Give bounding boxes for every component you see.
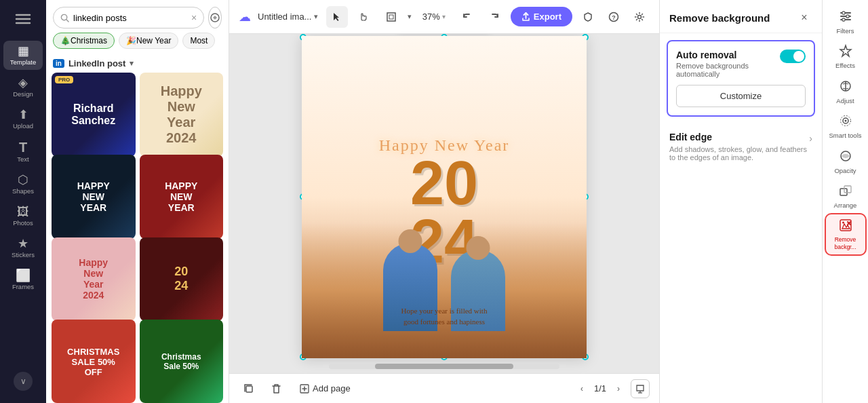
search-input[interactable] <box>73 13 187 23</box>
arrange-icon <box>839 184 852 199</box>
sidebar-item-template-label: Template <box>10 58 37 66</box>
export-button[interactable]: Export <box>511 7 572 26</box>
auto-removal-toggle[interactable] <box>780 50 806 63</box>
filters-icon <box>839 9 852 25</box>
tag-new-year[interactable]: 🎉New Year <box>119 33 178 49</box>
arrange-tool-item[interactable]: Arrange <box>826 180 865 213</box>
edit-edge-row[interactable]: Edit edge Add shadows, strokes, glow, an… <box>669 132 812 161</box>
duplicate-icon <box>243 383 254 394</box>
add-page-button[interactable]: Add page <box>293 380 357 397</box>
tag-most[interactable]: Most <box>182 33 215 49</box>
auto-removal-title: Auto removal <box>676 50 774 60</box>
search-input-wrap[interactable]: × <box>53 7 204 28</box>
template-card-1[interactable]: PRO Richard Sanchez <box>52 73 136 157</box>
rb-close-button[interactable]: × <box>796 9 812 26</box>
edit-edge-arrow-icon: › <box>809 133 812 144</box>
canvas-area: Page 1 <box>229 34 659 373</box>
opacity-tool-label: Opacity <box>834 167 856 174</box>
file-chevron-icon: ▾ <box>314 12 318 21</box>
template-card-5[interactable]: Happy NewYear 2024 <box>52 237 136 322</box>
sidebar-item-upload[interactable]: ⬆ Upload <box>3 104 43 134</box>
file-name-text: Untitled ima... <box>258 12 311 22</box>
help-button[interactable]: ? <box>604 7 624 27</box>
svg-rect-16 <box>246 386 252 392</box>
photos-icon: 🖼 <box>17 206 29 218</box>
linkedin-badge: in <box>53 59 64 68</box>
pointer-icon <box>332 12 342 22</box>
smart-tools-item[interactable]: Smart tools <box>826 110 865 143</box>
svg-rect-34 <box>840 189 847 195</box>
bottombar: Add page ‹ 1/1 › <box>229 373 659 403</box>
undo-button[interactable] <box>456 6 478 28</box>
sidebar-item-upload-label: Upload <box>13 122 33 130</box>
settings-button[interactable] <box>629 7 650 27</box>
frame-tool-button[interactable] <box>380 6 402 28</box>
redo-button[interactable] <box>484 6 505 28</box>
canvas-container: ··· Happy New Year <box>302 36 587 372</box>
sidebar-item-frames-label: Frames <box>12 283 34 290</box>
opacity-tool-item[interactable]: Opacity <box>826 145 865 178</box>
adjust-tool-item[interactable]: Adjust <box>826 75 865 109</box>
add-page-icon <box>300 384 309 394</box>
frame-icon <box>386 12 397 22</box>
canvas-scrollbar[interactable] <box>329 364 559 369</box>
filters-tool-label: Filters <box>837 27 854 35</box>
canvas-frame[interactable]: Happy New Year 20 24 <box>302 36 587 358</box>
template-card-7[interactable]: CHRISTMASSALE 50%OFF <box>52 320 136 403</box>
template-card-6[interactable]: 2024 <box>140 237 224 322</box>
tag-christmas[interactable]: 🎄Christmas <box>53 33 115 49</box>
search-clear-icon[interactable]: × <box>191 12 197 23</box>
sidebar-collapse-btn[interactable]: ∨ <box>14 372 33 391</box>
svg-rect-6 <box>387 13 395 21</box>
sidebar-item-stickers[interactable]: ★ Stickers <box>3 233 43 263</box>
tag-new-year-label: 🎉New Year <box>126 36 171 45</box>
rb-close-icon: × <box>801 12 807 24</box>
edit-edge-description: Add shadows, strokes, glow, and feathers… <box>669 145 809 161</box>
sidebar-item-photos-label: Photos <box>13 219 33 227</box>
template-card-3[interactable]: HAPPYNEW YEAR <box>52 155 136 239</box>
next-page-button[interactable]: › <box>610 381 627 397</box>
magic-search-button[interactable] <box>208 7 222 28</box>
sidebar-item-photos[interactable]: 🖼 Photos <box>3 202 43 231</box>
canvas-image: Happy New Year 20 24 <box>302 36 587 358</box>
sidebar-item-shapes-label: Shapes <box>12 187 34 195</box>
remove-bg-tool-item[interactable]: Remove backgr... <box>826 214 865 254</box>
templates-panel: × 🎄Christmas 🎉New Year Most in LinkedIn … <box>46 0 229 403</box>
template-card-4[interactable]: HAPPYNEW YEAR <box>140 155 224 239</box>
sidebar: ▦ Template ◈ Design ⬆ Upload T Text ⬡ Sh… <box>0 0 46 403</box>
search-bar: × <box>46 0 229 33</box>
export-upload-icon <box>521 12 530 21</box>
panel-header[interactable]: in LinkedIn post ▾ <box>46 54 229 73</box>
frame-chevron-icon: ▾ <box>408 12 412 21</box>
duplicate-page-button[interactable] <box>239 379 259 399</box>
rb-panel-title: Remove background <box>669 12 770 24</box>
app-logo <box>11 7 35 31</box>
shield-button[interactable] <box>578 7 598 27</box>
filters-tool-item[interactable]: Filters <box>826 5 865 39</box>
smart-tools-label: Smart tools <box>829 132 861 139</box>
zoom-button[interactable]: 37% ▾ <box>417 9 451 24</box>
delete-page-button[interactable] <box>266 379 286 399</box>
prev-page-button[interactable]: ‹ <box>574 381 590 397</box>
svg-point-32 <box>844 120 846 122</box>
template-card-2[interactable]: Happy NewYear2024 <box>140 73 224 157</box>
template-card-8[interactable]: ChristmasSale 50% <box>140 320 224 403</box>
search-icon <box>60 14 69 22</box>
present-icon <box>635 384 645 394</box>
sidebar-item-text[interactable]: T Text <box>3 136 43 167</box>
sidebar-item-template[interactable]: ▦ Template <box>3 41 43 70</box>
pointer-tool-button[interactable] <box>326 6 348 28</box>
sidebar-item-text-label: Text <box>17 155 28 163</box>
effects-tool-item[interactable]: Effects <box>826 40 865 73</box>
customize-button[interactable]: Customize <box>676 85 806 107</box>
smart-tools-icon <box>839 114 852 130</box>
template-icon: ▦ <box>18 45 29 57</box>
toggle-thumb <box>793 51 804 62</box>
present-mode-button[interactable] <box>631 379 650 398</box>
magic-wand-icon <box>210 12 220 23</box>
sidebar-item-frames[interactable]: ⬜ Frames <box>3 265 43 294</box>
hand-tool-button[interactable] <box>353 6 375 28</box>
sidebar-item-shapes[interactable]: ⬡ Shapes <box>3 170 43 199</box>
sidebar-item-design[interactable]: ◈ Design <box>3 73 43 102</box>
file-name[interactable]: Untitled ima... ▾ <box>258 12 318 22</box>
